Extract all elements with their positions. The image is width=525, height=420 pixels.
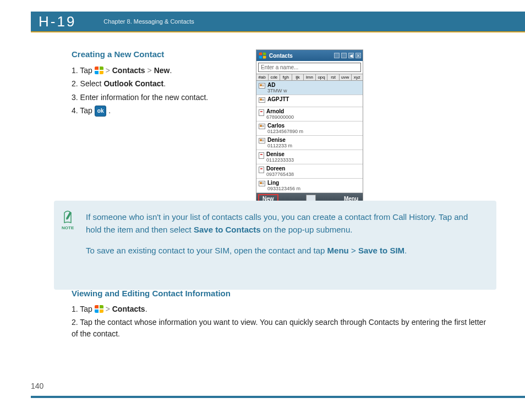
contact-row[interactable]: AD3TMW w — [256, 81, 363, 95]
contact-row[interactable]: Carlos01234567890 m — [256, 121, 363, 136]
alpha-tab[interactable]: ijk — [292, 74, 304, 80]
section-heading: Viewing and Editing Contact Information — [72, 289, 492, 298]
contact-name: Arnold — [266, 108, 360, 114]
footer-line — [31, 396, 525, 398]
device-screenshot: Contacts ◀ X Enter a name... #abcdefghij… — [256, 49, 363, 205]
contact-info: Ling0933123456 m — [267, 180, 360, 191]
alpha-tab[interactable]: lmn — [304, 74, 316, 80]
text: 4. Tap — [72, 106, 95, 115]
contact-number: 0937765438 — [266, 172, 360, 177]
bold-text: Save to SIM — [358, 246, 404, 255]
contact-info: AD3TMW w — [267, 82, 360, 93]
logo: H-19 — [31, 13, 76, 30]
text: 1. Tap — [72, 66, 95, 75]
note-paragraph-1: If someone who isn't in your list of con… — [86, 211, 484, 236]
contact-number: 0933123456 m — [267, 186, 360, 191]
contact-info: Denise0112233333 — [266, 151, 360, 163]
section-viewing-editing: Viewing and Editing Contact Information … — [72, 289, 492, 341]
close-icon[interactable]: X — [356, 53, 361, 58]
page-number: 140 — [31, 382, 43, 390]
bold-text: Menu — [327, 246, 349, 255]
alpha-tab[interactable]: cde — [269, 74, 281, 80]
alpha-tab[interactable]: xyz — [352, 74, 363, 80]
text: . — [108, 106, 111, 115]
contact-name: Denise — [266, 151, 360, 157]
contact-row[interactable]: Ling0933123456 m — [256, 179, 363, 193]
contact-name: AGPJTT — [267, 96, 360, 102]
signal-icon — [334, 53, 340, 58]
bold-text: Contacts — [112, 305, 145, 313]
separator: > — [147, 66, 154, 75]
sim-card-icon — [259, 152, 264, 159]
contact-name: AD — [267, 82, 360, 88]
volume-icon: ◀ — [348, 53, 354, 58]
contact-row[interactable]: Denise0112233333 — [256, 150, 363, 164]
contact-info: Doreen0937765438 — [266, 165, 360, 177]
text: 1. Tap — [72, 305, 95, 313]
header-bar: H-19 Chapter 8. Messaging & Contacts — [31, 12, 525, 31]
contact-info: Arnold6789000000 — [266, 108, 360, 120]
contact-number: 6789000000 — [266, 114, 360, 120]
network-icon — [341, 53, 347, 58]
note-box: NOTE If someone who isn't in your list o… — [54, 201, 496, 290]
contact-card-icon — [259, 181, 265, 186]
contact-info: Carlos01234567890 m — [267, 123, 360, 134]
contact-name: Denise — [267, 137, 360, 143]
note-label: NOTE — [62, 225, 74, 230]
text: on the pop-up submenu. — [261, 225, 353, 234]
contact-number: 01234567890 m — [267, 129, 360, 134]
alpha-tab[interactable]: uvw — [340, 74, 352, 80]
alpha-tab[interactable]: opq — [316, 74, 328, 80]
contact-info: AGPJTT — [267, 96, 360, 102]
separator: > — [106, 305, 112, 313]
chapter-title: Chapter 8. Messaging & Contacts — [103, 18, 194, 25]
bold-text: Contacts — [112, 66, 145, 75]
accent-line — [31, 31, 525, 32]
device-title-bar: Contacts ◀ X — [256, 50, 363, 61]
contacts-list: AD3TMW wAGPJTTArnold6789000000Carlos0123… — [256, 81, 363, 193]
contact-name: Doreen — [266, 165, 360, 172]
text: . — [169, 66, 172, 75]
window-title: Contacts — [269, 53, 332, 59]
step-2: 2. Tap the contact whose information you… — [72, 317, 492, 340]
bold-text: Outlook Contact — [103, 79, 163, 88]
contact-card-icon — [259, 124, 265, 129]
contact-number: 0112233 m — [267, 143, 360, 148]
alpha-tab[interactable]: rst — [327, 74, 340, 80]
sim-card-icon — [259, 109, 264, 116]
start-icon — [95, 67, 103, 74]
contact-card-icon — [259, 138, 265, 143]
contact-info: Denise0112233 m — [267, 137, 360, 148]
contact-card-icon — [259, 83, 265, 89]
start-icon — [95, 305, 103, 313]
contact-row[interactable]: AGPJTT — [256, 95, 363, 107]
contact-row[interactable]: Arnold6789000000 — [256, 107, 363, 121]
text: . — [163, 79, 166, 88]
alphabet-filter[interactable]: #abcdefghijklmnopqrstuvwxyz — [256, 74, 363, 81]
separator: > — [349, 246, 358, 255]
contact-number: 0112233333 — [266, 157, 360, 163]
steps-list: 1. Tap > Contacts. 2. Tap the contact wh… — [72, 303, 492, 340]
alpha-tab[interactable]: fgh — [280, 74, 292, 80]
text: To save an existing contact to your SIM,… — [86, 246, 327, 255]
contact-number: 3TMW w — [267, 88, 360, 93]
step-1: 1. Tap > Contacts. — [72, 303, 492, 316]
bold-text: New — [154, 66, 170, 75]
note-paragraph-2: To save an existing contact to your SIM,… — [86, 244, 484, 257]
contact-name: Carlos — [267, 123, 360, 129]
contact-row[interactable]: Doreen0937765438 — [256, 164, 363, 179]
text: . — [404, 246, 407, 255]
text: 2. Select — [72, 79, 103, 88]
contact-row[interactable]: Denise0112233 m — [256, 136, 363, 150]
system-tray: ◀ X — [334, 53, 361, 58]
sim-card-icon — [259, 167, 264, 173]
search-input[interactable]: Enter a name... — [258, 63, 361, 72]
contact-card-icon — [259, 97, 265, 103]
alpha-tab[interactable]: #ab — [256, 74, 269, 80]
contact-name: Ling — [267, 180, 360, 186]
start-icon[interactable] — [259, 52, 266, 58]
text: . — [145, 305, 147, 313]
note-icon: NOTE — [62, 211, 74, 231]
bold-text: Save to Contacts — [194, 225, 261, 234]
ok-button-graphic: ok — [95, 106, 107, 117]
